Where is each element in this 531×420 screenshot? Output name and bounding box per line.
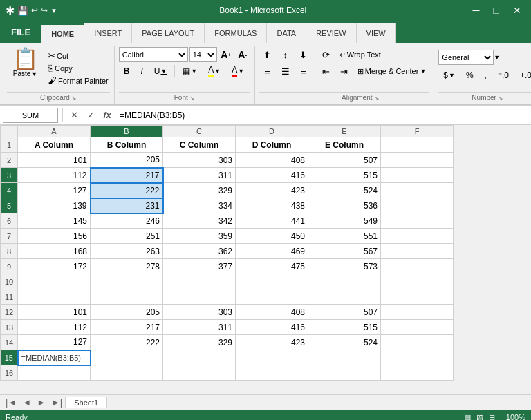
cell-12-4[interactable]: 507 xyxy=(308,305,381,320)
cell-16-1[interactable] xyxy=(91,365,163,381)
undo-icon[interactable]: ↩ xyxy=(31,6,38,15)
cell-10-0[interactable] xyxy=(18,274,91,289)
cell-13-3[interactable]: 416 xyxy=(236,320,308,335)
comma-button[interactable]: , xyxy=(480,68,492,83)
cell-5-1[interactable]: 231 xyxy=(91,198,163,213)
cell-15-0[interactable]: =MEDIAN(B3:B5) xyxy=(18,350,91,365)
cell-15-2[interactable] xyxy=(163,350,236,365)
cell-2-3[interactable]: 408 xyxy=(236,153,308,168)
alignment-expand-icon[interactable]: ↘ xyxy=(374,95,380,102)
cell-4-5[interactable] xyxy=(381,183,454,198)
cell-8-5[interactable] xyxy=(381,244,454,259)
row-num-1[interactable]: 1 xyxy=(1,137,18,153)
col-header-c[interactable]: C xyxy=(163,126,236,137)
fill-color-button[interactable]: A▼ xyxy=(203,64,225,79)
cell-11-0[interactable] xyxy=(18,289,91,305)
close-button[interactable]: ✕ xyxy=(509,0,525,21)
font-size-select[interactable]: 14 11 12 xyxy=(189,47,217,62)
row-num-6[interactable]: 6 xyxy=(1,213,18,229)
italic-button[interactable]: I xyxy=(136,64,147,79)
tab-insert[interactable]: INSERT xyxy=(84,23,132,43)
cell-3-0[interactable]: 112 xyxy=(18,168,91,183)
row-num-14[interactable]: 14 xyxy=(1,335,18,350)
percent-button[interactable]: % xyxy=(461,68,478,83)
cut-button[interactable]: ✂ Cut xyxy=(46,50,70,61)
cell-11-5[interactable] xyxy=(381,289,454,305)
tab-file[interactable]: FILE xyxy=(0,21,41,43)
cell-13-1[interactable]: 217 xyxy=(91,320,163,335)
row-num-9[interactable]: 9 xyxy=(1,259,18,274)
paste-button[interactable]: 📋 Paste ▼ xyxy=(7,47,44,79)
cell-13-5[interactable] xyxy=(381,320,454,335)
cell-10-3[interactable] xyxy=(236,274,308,289)
decrease-decimal-button[interactable]: ⁻.0 xyxy=(493,68,514,83)
increase-decimal-button[interactable]: +.0 xyxy=(515,68,531,83)
cell-1-1[interactable]: B Column xyxy=(91,137,163,153)
cell-6-4[interactable]: 549 xyxy=(308,213,381,229)
cell-4-1[interactable]: 222 xyxy=(91,183,163,198)
angle-text-button[interactable]: ⟳ xyxy=(318,47,335,62)
cell-3-1[interactable]: 217 xyxy=(91,168,163,183)
cell-7-2[interactable]: 359 xyxy=(163,229,236,244)
format-painter-button[interactable]: 🖌 Format Painter xyxy=(46,75,110,86)
merge-dropdown-icon[interactable]: ▼ xyxy=(420,68,426,75)
cell-7-0[interactable]: 156 xyxy=(18,229,91,244)
cell-10-1[interactable] xyxy=(91,274,163,289)
cell-6-1[interactable]: 246 xyxy=(91,213,163,229)
cell-9-0[interactable]: 172 xyxy=(18,259,91,274)
row-num-7[interactable]: 7 xyxy=(1,229,18,244)
cell-6-5[interactable] xyxy=(381,213,454,229)
normal-view-icon[interactable]: ▤ xyxy=(464,413,471,421)
cell-3-2[interactable]: 311 xyxy=(163,168,236,183)
cell-6-2[interactable]: 342 xyxy=(163,213,236,229)
cancel-button[interactable]: ✕ xyxy=(67,108,81,122)
copy-button[interactable]: ⎘ Copy xyxy=(46,62,74,74)
center-align-button[interactable]: ☰ xyxy=(277,64,294,79)
grid-wrapper[interactable]: A B C D E F 1A ColumnB ColumnC ColumnD C… xyxy=(0,125,531,394)
cell-2-4[interactable]: 507 xyxy=(308,153,381,168)
cell-5-3[interactable]: 438 xyxy=(236,198,308,213)
formula-input[interactable] xyxy=(117,108,528,123)
cell-13-4[interactable]: 515 xyxy=(308,320,381,335)
cell-1-2[interactable]: C Column xyxy=(163,137,236,153)
cell-4-0[interactable]: 127 xyxy=(18,183,91,198)
insert-function-button[interactable]: fx xyxy=(100,108,114,122)
cell-7-4[interactable]: 551 xyxy=(308,229,381,244)
cell-7-1[interactable]: 251 xyxy=(91,229,163,244)
tab-home[interactable]: HOME xyxy=(41,23,84,43)
redo-icon[interactable]: ↪ xyxy=(41,6,48,15)
col-header-b[interactable]: B xyxy=(91,126,163,137)
sheet-tab-1[interactable]: Sheet1 xyxy=(65,397,107,408)
cell-9-5[interactable] xyxy=(381,259,454,274)
top-align-button[interactable]: ⬆ xyxy=(259,47,276,62)
minimize-button[interactable]: ─ xyxy=(469,0,484,21)
clipboard-expand-icon[interactable]: ↘ xyxy=(71,95,77,102)
wrap-text-button[interactable]: ↵ Wrap Text xyxy=(336,47,384,62)
row-num-4[interactable]: 4 xyxy=(1,183,18,198)
row-num-10[interactable]: 10 xyxy=(1,274,18,289)
confirm-button[interactable]: ✓ xyxy=(84,108,97,122)
row-num-8[interactable]: 8 xyxy=(1,244,18,259)
cell-8-1[interactable]: 263 xyxy=(91,244,163,259)
cell-15-4[interactable] xyxy=(308,350,381,365)
cell-14-1[interactable]: 222 xyxy=(91,335,163,350)
cell-14-3[interactable]: 423 xyxy=(236,335,308,350)
cell-14-5[interactable] xyxy=(381,335,454,350)
cell-12-1[interactable]: 205 xyxy=(91,305,163,320)
row-num-3[interactable]: 3 xyxy=(1,168,18,183)
name-box[interactable] xyxy=(3,108,58,123)
cell-10-2[interactable] xyxy=(163,274,236,289)
cell-1-0[interactable]: A Column xyxy=(18,137,91,153)
cell-8-0[interactable]: 168 xyxy=(18,244,91,259)
cell-3-4[interactable]: 515 xyxy=(308,168,381,183)
cell-13-0[interactable]: 112 xyxy=(18,320,91,335)
cell-12-0[interactable]: 101 xyxy=(18,305,91,320)
cell-15-3[interactable] xyxy=(236,350,308,365)
cell-8-4[interactable]: 567 xyxy=(308,244,381,259)
font-color-button[interactable]: A▼ xyxy=(227,64,249,79)
col-header-f[interactable]: F xyxy=(381,126,454,137)
cell-14-2[interactable]: 329 xyxy=(163,335,236,350)
bold-button[interactable]: B xyxy=(119,64,135,79)
row-num-13[interactable]: 13 xyxy=(1,320,18,335)
cell-10-4[interactable] xyxy=(308,274,381,289)
